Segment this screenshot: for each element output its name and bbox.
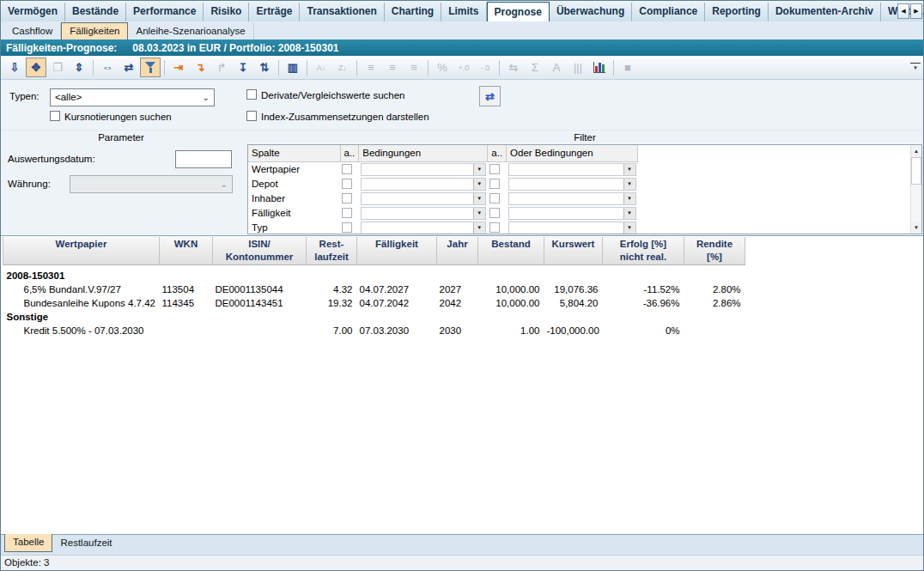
export-icon[interactable]: ⇩	[4, 58, 25, 77]
add-decimal-icon[interactable]: +.0	[453, 58, 474, 77]
tab-dokumenten-archiv[interactable]: Dokumenten-Archiv	[769, 3, 881, 21]
shift-right-icon[interactable]: ⇥	[168, 58, 189, 77]
tab-charting[interactable]: Charting	[385, 3, 441, 21]
tab-ueberwachung[interactable]: Überwachung	[550, 3, 632, 21]
tab-limits[interactable]: Limits	[441, 3, 486, 21]
dropdown-arrow-icon[interactable]: ▼	[473, 208, 485, 219]
filter-or-checkbox[interactable]	[489, 222, 500, 233]
filter-or-condition-dropdown[interactable]: ▼	[508, 178, 636, 191]
filter-condition-dropdown[interactable]: ▼	[361, 207, 486, 220]
dropdown-arrow-icon[interactable]: ▼	[623, 193, 635, 204]
table-group-row[interactable]: Sonstige	[3, 310, 745, 324]
filter-condition-dropdown[interactable]: ▼	[361, 178, 486, 191]
shift-down-icon[interactable]: ↴	[190, 58, 210, 77]
sort-ascending-icon[interactable]: A↓	[311, 58, 331, 77]
fit-height-icon[interactable]: ⇕	[69, 58, 89, 77]
col-rendite[interactable]: Rendite [%]	[684, 237, 745, 265]
tab-scroll-left-icon[interactable]: ◀	[897, 3, 909, 19]
dropdown-arrow-icon[interactable]: ▼	[473, 179, 485, 190]
settings-sliders-icon[interactable]: |||	[568, 58, 588, 77]
shift-up-icon[interactable]: ↱	[211, 58, 232, 77]
col-erfolg[interactable]: Erfolg [%] nicht real.	[603, 237, 684, 265]
auswertungsdatum-input[interactable]	[175, 150, 232, 168]
typen-dropdown[interactable]: <alle> ⌄	[50, 88, 215, 106]
scroll-up-icon[interactable]: ▲	[911, 145, 921, 157]
column-width-icon[interactable]: ⇆	[503, 58, 524, 77]
chart-values-icon[interactable]: ⇅	[254, 58, 275, 77]
dropdown-arrow-icon[interactable]: ▼	[623, 222, 635, 234]
table-row[interactable]: Bundesanleihe Kupons 4.7.42 114345 DE000…	[3, 296, 745, 310]
filter-or-checkbox[interactable]	[489, 208, 500, 218]
filter-or-condition-dropdown[interactable]: ▼	[508, 222, 636, 234]
col-wkn[interactable]: WKN	[160, 237, 213, 265]
col-kurswert[interactable]: Kurswert	[544, 237, 603, 265]
bottomtab-tabelle[interactable]: Tabelle	[4, 534, 52, 552]
font-icon[interactable]: A	[546, 58, 567, 77]
chart-icon[interactable]	[589, 58, 610, 77]
tab-risiko[interactable]: Risiko	[204, 3, 249, 21]
filter-or-condition-dropdown[interactable]: ▼	[508, 163, 636, 176]
expand-icon[interactable]: ✥	[26, 58, 46, 77]
filter-icon[interactable]	[140, 58, 161, 77]
sort-descending-icon[interactable]: Z↓	[332, 58, 353, 77]
subtab-anleihe-szenarioanalyse[interactable]: Anleihe-Szenarioanalyse	[128, 23, 253, 39]
filter-and-checkbox[interactable]	[342, 222, 352, 233]
table-row[interactable]: 6,5% Bundanl.V.97/27 113504 DE0001135044…	[3, 282, 745, 296]
filter-condition-dropdown[interactable]: ▼	[361, 222, 486, 234]
tab-scroll-right-icon[interactable]: ▶	[910, 3, 922, 19]
kursnotierungen-checkbox[interactable]	[50, 111, 60, 121]
col-wertpapier[interactable]: Wertpapier	[3, 237, 160, 265]
table-group-row[interactable]: 2008-150301	[3, 269, 745, 282]
align-left-icon[interactable]: ≡	[361, 58, 381, 77]
filter-or-checkbox[interactable]	[489, 193, 500, 203]
toolbar-overflow-icon[interactable]: ▾	[910, 63, 921, 73]
column-visibility-icon[interactable]: ▥	[283, 58, 303, 77]
filter-condition-dropdown[interactable]: ▼	[361, 163, 486, 176]
scrollbar-thumb[interactable]	[911, 157, 921, 185]
tab-reporting[interactable]: Reporting	[705, 3, 769, 21]
derivate-checkbox[interactable]	[246, 89, 257, 100]
remove-decimal-icon[interactable]: -.0	[475, 58, 495, 77]
filter-and-checkbox[interactable]	[342, 164, 352, 174]
tab-compliance[interactable]: Compliance	[632, 3, 705, 21]
tab-vermoegen[interactable]: Vermögen	[1, 3, 65, 21]
subtab-cashflow[interactable]: Cashflow	[4, 23, 61, 39]
filter-and-checkbox[interactable]	[342, 179, 352, 189]
index-checkbox[interactable]	[246, 111, 257, 121]
refresh-icon[interactable]: ⇄	[119, 58, 139, 77]
table-row[interactable]: Kredit 5.500% - 07.03.2030 7.00 07.03.20…	[3, 324, 745, 337]
refresh-button[interactable]: ⇄	[479, 86, 501, 106]
dropdown-arrow-icon[interactable]: ▼	[623, 164, 635, 175]
filter-or-condition-dropdown[interactable]: ▼	[508, 192, 636, 205]
subtab-faelligkeiten[interactable]: Fälligkeiten	[61, 22, 128, 39]
filter-or-checkbox[interactable]	[489, 164, 500, 174]
dropdown-arrow-icon[interactable]: ▼	[473, 164, 485, 175]
percent-format-icon[interactable]: %	[432, 58, 453, 77]
col-bestand[interactable]: Bestand	[478, 237, 544, 265]
tab-ertraege[interactable]: Erträge	[249, 3, 300, 21]
insert-values-icon[interactable]: ↧	[233, 58, 253, 77]
align-right-icon[interactable]: ≡	[404, 58, 424, 77]
filter-and-checkbox[interactable]	[342, 193, 352, 203]
fit-width-icon[interactable]: ⇔	[97, 58, 118, 77]
align-center-icon[interactable]: ≡	[382, 58, 403, 77]
tab-prognose[interactable]: Prognose	[487, 2, 550, 21]
waehrung-dropdown[interactable]: ⌄	[70, 175, 233, 193]
col-isin-kontonummer[interactable]: ISIN/ Kontonummer	[213, 237, 307, 265]
col-restlaufzeit[interactable]: Rest- laufzeit	[307, 237, 357, 265]
scroll-down-icon[interactable]: ▼	[911, 222, 921, 234]
tab-bestaende[interactable]: Bestände	[65, 3, 126, 21]
tab-transaktionen[interactable]: Transaktionen	[300, 3, 384, 21]
tab-performance[interactable]: Performance	[126, 3, 204, 21]
sum-icon[interactable]: Σ	[525, 58, 545, 77]
filter-condition-dropdown[interactable]: ▼	[361, 192, 486, 205]
filter-scrollbar[interactable]: ▲ ▼	[910, 145, 921, 234]
dropdown-arrow-icon[interactable]: ▼	[623, 208, 635, 219]
dropdown-arrow-icon[interactable]: ▼	[623, 179, 635, 190]
dropdown-arrow-icon[interactable]: ▼	[473, 222, 485, 234]
col-jahr[interactable]: Jahr	[437, 237, 478, 265]
filter-and-checkbox[interactable]	[342, 208, 352, 218]
copy-icon[interactable]: ❐	[47, 58, 68, 77]
col-faelligkeit[interactable]: Fälligkeit	[357, 237, 437, 265]
filter-or-checkbox[interactable]	[489, 179, 500, 189]
